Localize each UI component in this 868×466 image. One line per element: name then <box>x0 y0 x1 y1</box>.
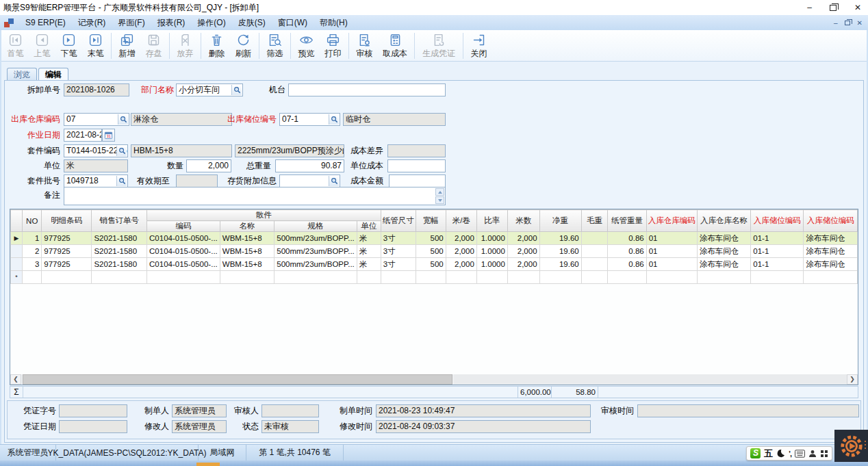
col-header-in-warehouse-code[interactable]: 入库仓库编码 <box>646 210 697 232</box>
extra-info-field[interactable] <box>279 174 340 187</box>
col-header-sales-order[interactable]: 销售订单号 <box>92 210 147 232</box>
col-header-ratio[interactable]: 比率 <box>476 210 507 232</box>
table-cell[interactable]: S2021-1580 <box>92 258 147 271</box>
table-cell[interactable] <box>476 271 507 284</box>
dept-field[interactable]: 小分切车间 <box>176 83 243 96</box>
sogou-logo-icon[interactable]: S <box>750 448 761 458</box>
table-cell[interactable] <box>646 271 697 284</box>
delete-button[interactable]: 删除 <box>203 32 230 60</box>
table-cell[interactable] <box>381 271 416 284</box>
table-cell[interactable]: 2,000 <box>446 245 476 258</box>
remark-field[interactable] <box>64 187 446 205</box>
app-tray-logo[interactable] <box>834 430 868 462</box>
table-cell[interactable]: 01 <box>646 258 697 271</box>
menu-record[interactable]: 记录(R) <box>72 15 112 30</box>
table-cell[interactable]: 500mm/23um/BOPP... <box>275 245 357 258</box>
minimize-icon[interactable]: – <box>807 3 812 12</box>
qty-field[interactable]: 2,000 <box>186 159 231 172</box>
col-header-part-name[interactable]: 名称 <box>220 221 274 232</box>
table-cell[interactable] <box>751 271 804 284</box>
cost-amount-field[interactable] <box>389 174 446 187</box>
prev-record-button[interactable]: 上笔 <box>29 32 55 60</box>
close-form-button[interactable]: 关闭 <box>465 32 492 60</box>
table-cell[interactable]: 2,000 <box>446 258 476 271</box>
menu-operation[interactable]: 操作(O) <box>191 15 231 30</box>
spin-down-icon[interactable] <box>435 196 444 204</box>
table-cell[interactable]: 19.60 <box>539 258 581 271</box>
table-cell[interactable]: 1.0000 <box>476 245 507 258</box>
menu-help[interactable]: 帮助(H) <box>314 15 354 30</box>
calendar-button[interactable]: 31 <box>102 129 115 142</box>
moon-icon[interactable] <box>776 449 785 458</box>
kit-code-field[interactable]: T0144-015-2225 <box>64 144 128 157</box>
mdi-minimize-icon[interactable]: – <box>834 19 838 27</box>
table-cell[interactable]: 涂布车间仓 <box>697 232 751 245</box>
mdi-close-icon[interactable]: ✕ <box>857 19 863 27</box>
col-header-width[interactable]: 宽幅 <box>416 210 446 232</box>
person-icon[interactable] <box>808 450 817 458</box>
table-cell[interactable]: WBM-15+8 <box>220 232 274 245</box>
table-cell[interactable]: 涂布车间仓 <box>804 258 858 271</box>
table-cell[interactable] <box>220 271 274 284</box>
table-cell[interactable]: 500mm/23um/BOPP... <box>275 258 357 271</box>
tab-edit[interactable]: 编辑 <box>38 68 68 81</box>
table-cell[interactable]: 977925 <box>42 258 92 271</box>
table-cell[interactable]: 19.60 <box>539 232 581 245</box>
col-header-part-code[interactable]: 编码 <box>147 221 220 232</box>
table-cell[interactable]: 0.86 <box>608 245 646 258</box>
col-header-gross-weight[interactable]: 毛重 <box>581 210 608 232</box>
menu-interface[interactable]: 界面(F) <box>112 15 151 30</box>
scrollbar-thumb[interactable] <box>23 374 452 385</box>
row-marker[interactable] <box>11 245 23 258</box>
out-location-lookup-button[interactable] <box>329 114 339 125</box>
col-header-net-weight[interactable]: 净重 <box>539 210 581 232</box>
out-warehouse-lookup-button[interactable] <box>118 114 128 125</box>
table-cell[interactable]: 977925 <box>42 232 92 245</box>
row-marker[interactable]: ▶ <box>11 232 23 245</box>
keyboard-icon[interactable] <box>795 450 805 458</box>
print-button[interactable]: 打印 <box>320 32 346 60</box>
table-cell[interactable]: 01 <box>646 245 697 258</box>
table-cell[interactable]: 19.60 <box>539 245 581 258</box>
table-cell[interactable] <box>42 271 92 284</box>
audit-button[interactable]: 审核 <box>351 32 378 60</box>
table-cell[interactable] <box>416 271 446 284</box>
out-location-field[interactable]: 07-1 <box>279 113 340 126</box>
table-cell[interactable]: 1.0000 <box>476 258 507 271</box>
table-cell[interactable]: 涂布车间仓 <box>804 245 858 258</box>
table-cell[interactable]: 500mm/23um/BOPP... <box>275 232 357 245</box>
discard-button[interactable]: 放弃 <box>172 32 199 60</box>
table-cell[interactable]: C0104-015-0500-... <box>147 258 220 271</box>
col-header-part-unit[interactable]: 单位 <box>357 221 381 232</box>
weight-field[interactable]: 90.87 <box>275 159 344 172</box>
out-warehouse-field[interactable]: 07 <box>64 113 129 126</box>
unit-cost-field[interactable] <box>387 159 446 172</box>
row-marker[interactable]: * <box>11 271 23 284</box>
table-cell[interactable]: 01 <box>646 232 697 245</box>
table-cell[interactable]: 3 <box>23 258 42 271</box>
restore-icon[interactable] <box>830 5 837 11</box>
menu-s9erp[interactable]: S9 ERP(E) <box>19 15 72 30</box>
punctuation-icon[interactable]: ’, <box>789 450 791 458</box>
table-cell[interactable] <box>581 245 608 258</box>
work-date-field[interactable]: 2021-08-23 <box>64 129 102 142</box>
kit-code-lookup-button[interactable] <box>116 146 127 156</box>
table-cell[interactable]: 01-1 <box>751 232 804 245</box>
table-cell[interactable]: 涂布车间仓 <box>804 232 858 245</box>
horizontal-scrollbar[interactable]: ❮ ❯ <box>10 374 858 385</box>
table-cell[interactable]: 977925 <box>42 245 92 258</box>
preview-button[interactable]: 预览 <box>293 32 320 60</box>
table-cell[interactable] <box>446 271 476 284</box>
table-cell[interactable] <box>539 271 581 284</box>
col-header-meters[interactable]: 米数 <box>507 210 539 232</box>
table-cell[interactable] <box>581 271 608 284</box>
dept-lookup-button[interactable] <box>231 85 242 95</box>
col-header-tube-weight[interactable]: 纸管重量 <box>608 210 646 232</box>
table-cell[interactable]: 2 <box>23 245 42 258</box>
remark-spinner[interactable] <box>435 188 444 204</box>
col-header-in-location-code[interactable]: 入库储位编码 <box>751 210 804 232</box>
table-cell[interactable]: C0104-015-0500-... <box>147 232 220 245</box>
table-cell[interactable]: 3寸 <box>381 258 416 271</box>
menu-skin[interactable]: 皮肤(S) <box>232 15 272 30</box>
col-header-no[interactable]: NO <box>23 210 42 232</box>
